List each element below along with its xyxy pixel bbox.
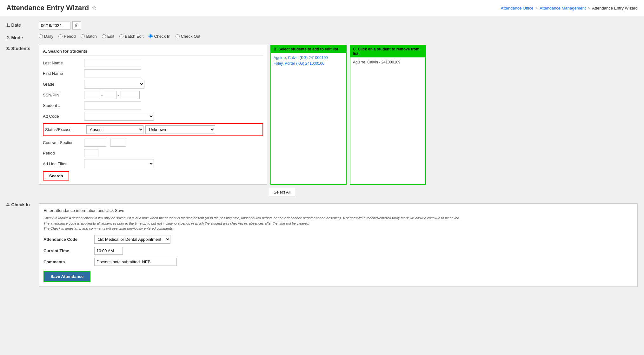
mode-label-batchedit: Batch Edit <box>125 34 143 39</box>
select-all-button[interactable]: Select All <box>269 188 295 196</box>
student-num-input[interactable] <box>84 102 141 109</box>
att-code-checkin-select[interactable]: 1B: Medical or Dental Appointment <box>94 235 170 244</box>
ssn-input3[interactable] <box>121 91 140 99</box>
panel-c-title: C. Click on a student to remove from lis… <box>350 45 425 57</box>
breadcrumb: Attendance Office > Attendance Managemen… <box>501 6 638 10</box>
students-content: A. Search for Students Last Name First N… <box>39 45 638 196</box>
current-time-row: Current Time <box>43 247 633 255</box>
last-name-label: Last Name <box>43 61 84 65</box>
panel-c-item-0[interactable]: Aguirre, Calvin - 241000109 <box>353 60 423 64</box>
save-attendance-button[interactable]: Save Attendance <box>43 271 90 282</box>
panel-b-body[interactable]: Aguirre, Calvin (KG) 241000109 Foley, Po… <box>271 53 346 184</box>
panel-b-item-1[interactable]: Foley, Porter (KG) 241000106 <box>274 61 343 66</box>
ssn-input1[interactable] <box>84 91 100 99</box>
mode-option-checkout[interactable]: Check Out <box>176 34 200 39</box>
last-name-input[interactable] <box>84 59 141 67</box>
mode-options: Daily Period Batch Edit Batch Edit <box>39 34 638 39</box>
grade-select[interactable] <box>84 80 144 89</box>
current-time-label: Current Time <box>43 248 94 253</box>
grade-label: Grade <box>43 82 84 87</box>
breadcrumb-attendance-management[interactable]: Attendance Management <box>540 6 586 10</box>
mode-radio-daily[interactable] <box>39 34 43 38</box>
ssn-row: SSN/PIN - - <box>43 91 263 99</box>
checkin-content: Enter attendance information and click S… <box>39 201 638 287</box>
star-icon[interactable]: ☆ <box>91 4 96 11</box>
breadcrumb-sep1: > <box>535 6 538 10</box>
mode-radio-period[interactable] <box>58 34 63 38</box>
mode-option-batch[interactable]: Batch <box>81 34 96 39</box>
grade-row: Grade <box>43 80 263 89</box>
page-title: Attendance Entry Wizard <box>6 4 89 12</box>
select-all-row: Select All <box>269 188 638 196</box>
mode-radio-batchedit[interactable] <box>119 34 123 38</box>
calendar-button[interactable]: 🗓 <box>72 21 81 30</box>
checkin-note-1: Check In Mode: A student check in will o… <box>43 215 633 231</box>
last-name-row: Last Name <box>43 59 263 67</box>
breadcrumb-sep2: > <box>588 6 590 10</box>
search-btn-row: Search <box>43 171 263 181</box>
date-label: 1. Date <box>6 21 35 28</box>
mode-section: 2. Mode Daily Period Batch Edit <box>6 34 638 40</box>
checkin-instruction: Enter attendance information and click S… <box>43 208 633 213</box>
date-content: 🗓 <box>39 21 638 30</box>
mode-radio-checkin[interactable] <box>149 34 153 38</box>
students-label: 3. Students <box>6 45 35 51</box>
mode-label: 2. Mode <box>6 34 35 40</box>
mode-option-batchedit[interactable]: Batch Edit <box>119 34 143 39</box>
panel-c-body[interactable]: Aguirre, Calvin - 241000109 <box>350 57 425 184</box>
date-section: 1. Date 🗓 <box>6 21 638 30</box>
course-section-sep: - <box>108 140 109 145</box>
panel-b-title: B. Select students to add to edit list <box>271 45 346 53</box>
mode-radio-batch[interactable] <box>81 34 85 38</box>
mode-label-edit: Edit <box>107 34 114 39</box>
att-code-select[interactable] <box>84 112 154 121</box>
course-section-label: Course - Section <box>43 140 84 145</box>
course-input[interactable] <box>84 139 106 147</box>
ssn-label: SSN/PIN <box>43 93 84 97</box>
period-input[interactable] <box>84 149 98 157</box>
mode-option-daily[interactable]: Daily <box>39 34 53 39</box>
att-code-checkin-row: Attendance Code 1B: Medical or Dental Ap… <box>43 235 633 244</box>
adhoc-select[interactable] <box>84 160 154 168</box>
first-name-row: First Name <box>43 69 263 77</box>
mode-option-period[interactable]: Period <box>58 34 76 39</box>
mode-radio-edit[interactable] <box>102 34 106 38</box>
current-time-input[interactable] <box>94 247 123 255</box>
status-select[interactable]: Absent <box>86 125 143 134</box>
adhoc-label: Ad Hoc Filter <box>43 161 84 166</box>
mode-radio-checkout[interactable] <box>176 34 180 38</box>
breadcrumb-current: Attendance Entry Wizard <box>592 6 638 10</box>
search-button[interactable]: Search <box>43 171 69 181</box>
adhoc-row: Ad Hoc Filter <box>43 160 263 168</box>
section-input[interactable] <box>110 139 126 147</box>
panel-b-item-0[interactable]: Aguirre, Calvin (KG) 241000109 <box>274 56 343 60</box>
ssn-input2[interactable] <box>104 91 116 99</box>
panel-c: C. Click on a student to remove from lis… <box>350 45 426 185</box>
ssn-sep1: - <box>101 93 103 97</box>
mode-option-checkin[interactable]: Check In <box>149 34 170 39</box>
date-input-group: 🗓 <box>39 21 638 30</box>
search-panel: A. Search for Students Last Name First N… <box>39 45 267 185</box>
comments-input[interactable] <box>94 258 177 266</box>
mode-label-period: Period <box>64 34 76 39</box>
course-section-group: - <box>84 139 126 147</box>
excuse-select[interactable]: Unknown <box>145 125 215 134</box>
student-num-row: Student # <box>43 102 263 109</box>
breadcrumb-attendance-office[interactable]: Attendance Office <box>501 6 534 10</box>
students-section: 3. Students A. Search for Students Last … <box>6 45 638 196</box>
ssn-sep2: - <box>118 93 119 97</box>
date-input[interactable] <box>39 22 70 30</box>
checkin-label-num: 4. Check In <box>6 201 35 207</box>
status-excuse-label: Status/Excuse <box>45 127 86 132</box>
page-header: Attendance Entry Wizard ☆ Attendance Off… <box>0 0 644 16</box>
first-name-input[interactable] <box>84 69 141 77</box>
period-label: Period <box>43 151 84 155</box>
comments-row: Comments <box>43 258 633 266</box>
att-code-label: Att Code <box>43 114 84 119</box>
period-row: Period <box>43 149 263 157</box>
mode-option-edit[interactable]: Edit <box>102 34 114 39</box>
panel-b: B. Select students to add to edit list A… <box>270 45 347 185</box>
mode-label-checkout: Check Out <box>181 34 200 39</box>
page-title-area: Attendance Entry Wizard ☆ <box>6 4 96 12</box>
checkin-panel: Enter attendance information and click S… <box>39 203 638 287</box>
